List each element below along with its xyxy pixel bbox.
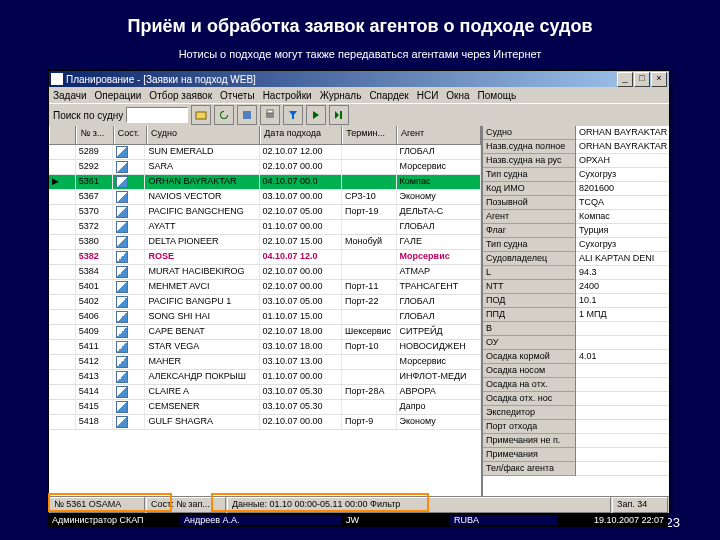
table-row[interactable]: 5370PACIFIC BANGCHENG02.10.07 05.00Порт-… bbox=[49, 205, 481, 220]
doc-icon bbox=[116, 296, 128, 308]
detail-row: Осадка на отх. bbox=[483, 378, 669, 392]
app-window: Планирование - [Заявки на подход WEB] _ … bbox=[48, 70, 670, 512]
doc-icon bbox=[116, 311, 128, 323]
toolbar-btn-refresh[interactable] bbox=[214, 105, 234, 125]
toolbar-btn-open[interactable] bbox=[191, 105, 211, 125]
doc-icon bbox=[116, 266, 128, 278]
detail-row: Тип суднаСухогруз bbox=[483, 238, 669, 252]
detail-row: Тип суднаСухогруз bbox=[483, 168, 669, 182]
detail-panel: СудноORHAN BAYRAKTARНазв.судна полноеORH… bbox=[483, 126, 669, 496]
detail-row: Осадка кормой4.01 bbox=[483, 350, 669, 364]
table-row[interactable]: 5413АЛЕКСАНДР ПОКРЫШ01.10.07 00.00ИНФЛОТ… bbox=[49, 370, 481, 385]
doc-icon bbox=[116, 251, 128, 263]
menubar: Задачи Операции Отбор заявок Отчеты Наст… bbox=[49, 87, 669, 103]
table-row[interactable]: 5401MEHMET AVCI02.10.07 00.00Порт-11ТРАН… bbox=[49, 280, 481, 295]
table-row[interactable]: 5418GULF SHAGRA02.10.07 00.00Порт-9Эконо… bbox=[49, 415, 481, 430]
detail-row: NTT2400 bbox=[483, 280, 669, 294]
doc-icon bbox=[116, 371, 128, 383]
detail-row: Осадка отх. нос bbox=[483, 392, 669, 406]
table-row[interactable]: 5406SONG SHI HAI01.10.07 15.00ГЛОБАЛ bbox=[49, 310, 481, 325]
detail-row: ПОД10.1 bbox=[483, 294, 669, 308]
table-row[interactable]: 5411STAR VEGA03.10.07 18.00Порт-10НОВОСИ… bbox=[49, 340, 481, 355]
status-count: Зап. 34 bbox=[612, 497, 668, 513]
detail-row: Осадка носом bbox=[483, 364, 669, 378]
close-button[interactable]: × bbox=[651, 72, 667, 87]
search-label: Поиск по судну bbox=[53, 110, 123, 121]
table-row[interactable]: 5289SUN EMERALD02.10.07 12.00ГЛОБАЛ bbox=[49, 145, 481, 160]
doc-icon bbox=[116, 416, 128, 428]
doc-icon bbox=[116, 326, 128, 338]
menu-item[interactable]: Окна bbox=[446, 90, 469, 101]
menu-item[interactable]: Отчеты bbox=[220, 90, 255, 101]
slide-title: Приём и обработка заявок агентов о подхо… bbox=[0, 16, 720, 37]
menu-item[interactable]: НСИ bbox=[417, 90, 439, 101]
menu-item[interactable]: Настройки bbox=[263, 90, 312, 101]
doc-icon bbox=[116, 401, 128, 413]
doc-icon bbox=[116, 356, 128, 368]
table-row[interactable]: 5372AYATT01.10.07 00.00ГЛОБАЛ bbox=[49, 220, 481, 235]
detail-row: ППД1 МПД bbox=[483, 308, 669, 322]
menu-item[interactable]: Отбор заявок bbox=[149, 90, 212, 101]
table-row[interactable]: 5415CEMSENER03.10.07 05.30Дапро bbox=[49, 400, 481, 415]
table-row[interactable]: 5414CLAIRE A03.10.07 05.30Порт-28ААВРОРА bbox=[49, 385, 481, 400]
data-grid[interactable]: № з... Сост. Судно Дата подхода Термин..… bbox=[49, 126, 483, 496]
doc-icon bbox=[116, 236, 128, 248]
doc-icon bbox=[116, 191, 128, 203]
detail-row: Примечания не п. bbox=[483, 434, 669, 448]
svg-rect-3 bbox=[267, 110, 273, 113]
detail-row: Тел/факс агента bbox=[483, 462, 669, 476]
statusbar: № 5361 OSAMA Сост: № зап... Данные: 01.1… bbox=[49, 496, 669, 513]
detail-row: L94.3 bbox=[483, 266, 669, 280]
grid-header: № з... Сост. Судно Дата подхода Термин..… bbox=[49, 126, 481, 145]
detail-row: Код ИМО8201600 bbox=[483, 182, 669, 196]
svg-rect-0 bbox=[196, 112, 206, 119]
status-record: № 5361 OSAMA bbox=[49, 497, 145, 513]
detail-row: ПозывнойTCQA bbox=[483, 196, 669, 210]
detail-row: Порт отхода bbox=[483, 420, 669, 434]
detail-row: Назв.судна полноеORHAN BAYRAKTAR bbox=[483, 140, 669, 154]
doc-icon bbox=[116, 386, 128, 398]
detail-row: Назв.судна на русОРХАН bbox=[483, 154, 669, 168]
toolbar: Поиск по судну bbox=[49, 103, 669, 126]
status-filter: Данные: 01.10 00:00-05.11 00:00 Фильтр bbox=[227, 497, 611, 513]
toolbar-btn-filter[interactable] bbox=[283, 105, 303, 125]
table-row[interactable]: 5367NAVIOS VECTOR03.10.07 00.00СРЗ-10Эко… bbox=[49, 190, 481, 205]
doc-icon bbox=[116, 161, 128, 173]
detail-row: АгентКомпас bbox=[483, 210, 669, 224]
toolbar-btn-print[interactable] bbox=[260, 105, 280, 125]
menu-item[interactable]: Журналь bbox=[320, 90, 362, 101]
titlebar[interactable]: Планирование - [Заявки на подход WEB] _ … bbox=[49, 71, 669, 87]
doc-icon bbox=[116, 281, 128, 293]
search-input[interactable] bbox=[126, 107, 188, 123]
svg-rect-1 bbox=[243, 111, 251, 119]
table-row[interactable]: 5384MURAT HACIBEKIROG02.10.07 00.00АТМАР bbox=[49, 265, 481, 280]
table-row[interactable]: 5412MAHER03.10.07 13.00Морсервис bbox=[49, 355, 481, 370]
detail-row: ОУ bbox=[483, 336, 669, 350]
menu-item[interactable]: Помощь bbox=[478, 90, 517, 101]
table-row[interactable]: ▶5361ORHAN BAYRAKTAR04.10.07 00.0Компас bbox=[49, 175, 481, 190]
doc-icon bbox=[116, 221, 128, 233]
table-row[interactable]: 5380DELTA PIONEER02.10.07 15.00МонобуйГА… bbox=[49, 235, 481, 250]
svg-rect-2 bbox=[266, 113, 274, 118]
doc-icon bbox=[116, 206, 128, 218]
detail-row: СудноORHAN BAYRAKTAR bbox=[483, 126, 669, 140]
table-row[interactable]: 5402PACIFIC BANGPU 103.10.07 05.00Порт-2… bbox=[49, 295, 481, 310]
doc-icon bbox=[116, 341, 128, 353]
toolbar-btn-next[interactable] bbox=[306, 105, 326, 125]
doc-icon bbox=[116, 176, 128, 188]
menu-item[interactable]: Операции bbox=[95, 90, 142, 101]
footer-bar: Администратор СКАП Андреев А.А. JW RUBA … bbox=[48, 513, 668, 527]
menu-item[interactable]: Задачи bbox=[53, 90, 87, 101]
toolbar-btn-last[interactable] bbox=[329, 105, 349, 125]
minimize-button[interactable]: _ bbox=[617, 72, 633, 87]
detail-row: Экспедитор bbox=[483, 406, 669, 420]
menu-item[interactable]: Спардек bbox=[369, 90, 408, 101]
app-icon bbox=[51, 73, 63, 85]
table-row[interactable]: 5409CAPE BENAT02.10.07 18.00ШексервисСИТ… bbox=[49, 325, 481, 340]
table-row[interactable]: 5292SARA02.10.07 00.00Морсервис bbox=[49, 160, 481, 175]
maximize-button[interactable]: □ bbox=[634, 72, 650, 87]
detail-row: СудовладелецALI KAPTAN DENI bbox=[483, 252, 669, 266]
window-title: Планирование - [Заявки на подход WEB] bbox=[66, 74, 256, 85]
toolbar-btn-save[interactable] bbox=[237, 105, 257, 125]
table-row[interactable]: 5382ROSE04.10.07 12.0Морсервис bbox=[49, 250, 481, 265]
